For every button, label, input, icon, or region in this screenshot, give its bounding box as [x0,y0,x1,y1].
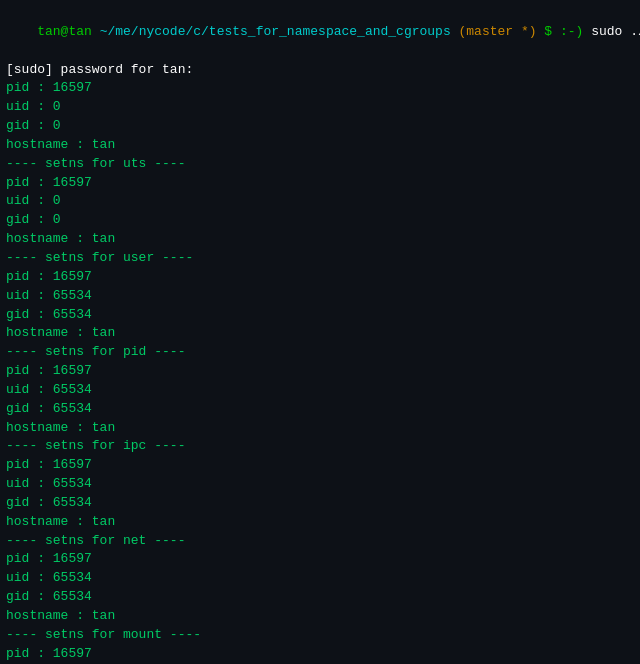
terminal-line: gid : 65534 [6,306,634,325]
prompt-command: sudo ./a.out 16466 [591,24,640,39]
terminal-line: uid : 0 [6,192,634,211]
terminal-line: hostname : tan [6,136,634,155]
terminal-line: uid : 65534 [6,381,634,400]
terminal-line: gid : 65534 [6,588,634,607]
prompt-emoji: :-) [560,24,583,39]
terminal-line: hostname : tan [6,513,634,532]
terminal-line: hostname : tan [6,324,634,343]
terminal-line: gid : 65534 [6,494,634,513]
terminal-line: [sudo] password for tan: [6,61,634,80]
prompt-path: ~/me/nycode/c/tests_for_namespace_and_cg… [100,24,451,39]
terminal-line: ---- setns for pid ---- [6,343,634,362]
terminal-line: pid : 16597 [6,456,634,475]
prompt-user: tan@tan [37,24,92,39]
terminal-line: uid : 0 [6,98,634,117]
prompt-line: tan@tan ~/me/nycode/c/tests_for_namespac… [6,4,634,61]
terminal-line: pid : 16597 [6,268,634,287]
terminal-line: ---- setns for user ---- [6,249,634,268]
prompt-cmd [583,24,591,39]
terminal-line: pid : 16597 [6,174,634,193]
terminal-line: ---- setns for net ---- [6,532,634,551]
output-container: [sudo] password for tan:pid : 16597uid :… [6,61,634,664]
terminal-line: gid : 65534 [6,400,634,419]
prompt-branch: (master *) [459,24,537,39]
terminal-line: hostname : tan [6,419,634,438]
prompt-space2 [451,24,459,39]
prompt-space [92,24,100,39]
terminal-line: hostname : tan [6,607,634,626]
terminal-line: ---- setns for ipc ---- [6,437,634,456]
terminal-line: ---- setns for uts ---- [6,155,634,174]
terminal-line: pid : 16597 [6,79,634,98]
terminal-line: gid : 0 [6,211,634,230]
terminal-line: ---- setns for mount ---- [6,626,634,645]
terminal-line: pid : 16597 [6,362,634,381]
terminal-line: hostname : tan [6,230,634,249]
terminal[interactable]: tan@tan ~/me/nycode/c/tests_for_namespac… [0,0,640,664]
terminal-line: uid : 65534 [6,287,634,306]
terminal-line: pid : 16597 [6,550,634,569]
terminal-line: uid : 65534 [6,569,634,588]
terminal-line: gid : 0 [6,117,634,136]
terminal-line: pid : 16597 [6,645,634,664]
prompt-symbol: $ [537,24,560,39]
terminal-line: uid : 65534 [6,475,634,494]
